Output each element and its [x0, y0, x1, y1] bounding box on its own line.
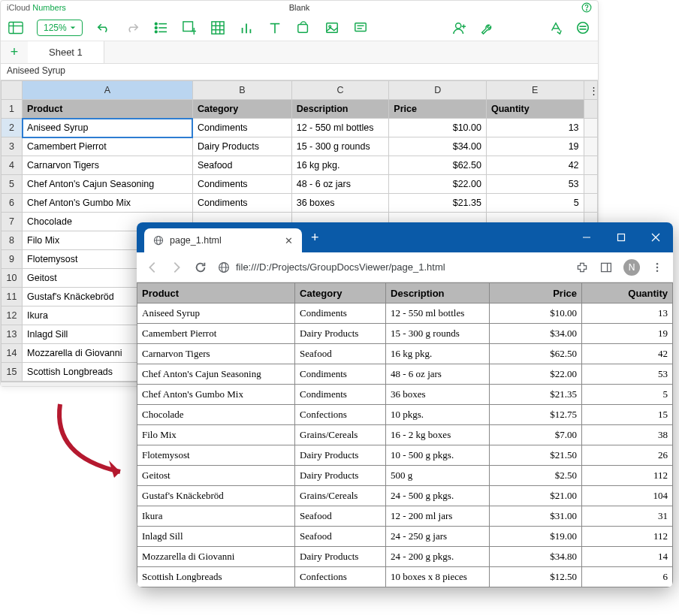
tools-icon[interactable] — [479, 20, 494, 35]
cell: $34.00 — [489, 324, 581, 344]
row-head[interactable]: 10 — [2, 269, 23, 288]
cell[interactable]: 12 - 550 ml bottles — [291, 119, 389, 137]
cell[interactable]: 42 — [486, 156, 584, 175]
chart-icon[interactable] — [239, 20, 254, 35]
cell[interactable]: Chef Anton's Cajun Seasoning — [23, 175, 193, 194]
row-head[interactable]: 9 — [2, 250, 23, 269]
cell[interactable]: 5 — [486, 194, 584, 213]
corner-cell[interactable] — [2, 81, 23, 100]
row-head[interactable]: 1 — [2, 100, 23, 119]
header-cell[interactable]: Quantity — [486, 100, 584, 119]
site-info-icon[interactable] — [218, 261, 230, 273]
add-sheet-button[interactable]: + — [1, 41, 28, 63]
col-scroll[interactable]: ⋮ — [584, 81, 597, 100]
row-head[interactable]: 14 — [2, 344, 23, 363]
row-head[interactable]: 7 — [2, 213, 23, 231]
text-icon[interactable] — [267, 20, 282, 35]
collab-icon[interactable] — [452, 20, 467, 35]
row-head[interactable]: 5 — [2, 175, 23, 194]
cell[interactable]: Chef Anton's Gumbo Mix — [23, 194, 193, 213]
cell[interactable]: 13 — [486, 119, 584, 137]
doc-title: Blank — [289, 3, 310, 12]
cell[interactable]: $22.00 — [389, 175, 487, 194]
cell: Chocolade — [137, 405, 295, 425]
cell[interactable]: $10.00 — [389, 119, 487, 137]
browser-urlbar: file:///D:/Projects/GroupDocsViewer/page… — [137, 252, 673, 282]
url-field[interactable]: file:///D:/Projects/GroupDocsViewer/page… — [218, 261, 565, 273]
media-icon[interactable] — [324, 20, 340, 35]
row-head[interactable]: 8 — [2, 231, 23, 250]
reload-icon[interactable] — [194, 261, 207, 274]
sidepanel-icon[interactable] — [599, 261, 613, 274]
cell[interactable]: 36 boxes — [291, 194, 389, 213]
cell: Camembert Pierrot — [137, 324, 295, 344]
formula-bar[interactable]: Aniseed Syrup — [1, 64, 598, 80]
cell[interactable]: 53 — [486, 175, 584, 194]
minimize-button[interactable] — [569, 222, 604, 252]
shape-icon[interactable] — [296, 20, 311, 35]
cell[interactable]: Carnarvon Tigers — [23, 156, 193, 175]
cell: 12 - 550 ml bottles — [386, 303, 490, 324]
cell: 19 — [582, 324, 673, 344]
cell[interactable]: Condiments — [192, 194, 291, 213]
close-window-button[interactable] — [638, 222, 673, 252]
cell[interactable]: 15 - 300 g rounds — [291, 137, 389, 156]
format-icon[interactable] — [548, 20, 563, 35]
row-head[interactable]: 12 — [2, 306, 23, 325]
close-tab-icon[interactable]: ✕ — [285, 235, 293, 246]
cell[interactable]: Dairy Products — [192, 137, 291, 156]
th-category: Category — [295, 283, 386, 303]
row-head[interactable]: 4 — [2, 156, 23, 175]
col-head-d[interactable]: D — [389, 81, 487, 100]
row-head[interactable]: 2 — [2, 119, 23, 137]
cell[interactable]: 48 - 6 oz jars — [291, 175, 389, 194]
cell[interactable]: $21.35 — [389, 194, 487, 213]
view-icon[interactable] — [8, 20, 23, 35]
cell[interactable]: $62.50 — [389, 156, 487, 175]
row-head[interactable]: 13 — [2, 325, 23, 344]
browser-content: Product Category Description Price Quant… — [137, 282, 673, 587]
cell[interactable]: Condiments — [192, 119, 291, 137]
maximize-button[interactable] — [604, 222, 638, 252]
table-row: Gustaf's KnäckebrödGrains/Cereals24 - 50… — [137, 486, 673, 506]
row-head[interactable]: 11 — [2, 288, 23, 306]
col-head-c[interactable]: C — [291, 81, 389, 100]
profile-avatar[interactable]: N — [623, 259, 640, 276]
cell[interactable]: Condiments — [192, 175, 291, 194]
col-head-b[interactable]: B — [192, 81, 291, 100]
redo-icon[interactable] — [125, 20, 140, 35]
forward-icon[interactable] — [170, 261, 183, 274]
cell[interactable]: Seafood — [192, 156, 291, 175]
table-icon[interactable] — [210, 20, 225, 35]
sheet-tab[interactable]: Sheet 1 — [28, 41, 104, 63]
comment-icon[interactable] — [353, 20, 368, 35]
list-icon[interactable] — [153, 20, 168, 35]
cell: 112 — [582, 527, 673, 547]
help-icon[interactable] — [581, 2, 592, 13]
undo-icon[interactable] — [96, 20, 111, 35]
row-head[interactable]: 6 — [2, 194, 23, 213]
insert-icon[interactable] — [182, 20, 197, 35]
cell[interactable]: 16 kg pkg. — [291, 156, 389, 175]
header-cell[interactable]: Description — [291, 100, 389, 119]
organize-icon[interactable] — [575, 20, 590, 35]
cell[interactable]: Camembert Pierrot — [23, 137, 193, 156]
header-cell[interactable]: Price — [389, 100, 487, 119]
table-row: IkuraSeafood12 - 200 ml jars$31.0031 — [137, 506, 673, 527]
browser-tab[interactable]: page_1.html ✕ — [144, 228, 302, 252]
back-icon[interactable] — [146, 261, 159, 274]
th-quantity: Quantity — [582, 283, 673, 303]
col-head-a[interactable]: A — [23, 81, 193, 100]
col-head-e[interactable]: E — [486, 81, 584, 100]
new-tab-button[interactable]: + — [311, 230, 319, 246]
cell[interactable]: Aniseed Syrup — [23, 119, 193, 137]
header-cell[interactable]: Category — [192, 100, 291, 119]
cell[interactable]: $34.00 — [389, 137, 487, 156]
row-head[interactable]: 3 — [2, 137, 23, 156]
menu-icon[interactable] — [650, 261, 664, 274]
header-cell[interactable]: Product — [23, 100, 193, 119]
row-head[interactable]: 15 — [2, 363, 23, 382]
cell[interactable]: 19 — [486, 137, 584, 156]
zoom-select[interactable]: 125% — [37, 20, 83, 36]
extensions-icon[interactable] — [575, 261, 589, 274]
